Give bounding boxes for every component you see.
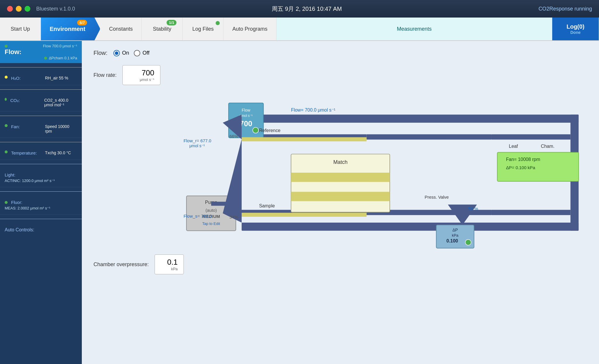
divider-5 bbox=[0, 164, 82, 164]
tab-environment[interactable]: 6/7 Environment bbox=[41, 18, 100, 40]
window-controls bbox=[7, 6, 30, 12]
content-area: Flow: On Off Flow rate: 700 μmol s⁻¹ bbox=[82, 41, 599, 364]
cham-label: Cham. bbox=[541, 144, 555, 149]
leaf-cham-dp: ΔP= 0.100 kPa bbox=[506, 165, 536, 170]
flow-rate-unit: μmol s⁻¹ bbox=[129, 77, 154, 82]
pump-auto: (auto) bbox=[205, 208, 217, 213]
flow-eq-label: Flow= 700.0 μmol s⁻¹ bbox=[291, 108, 335, 112]
pump-connect bbox=[211, 202, 229, 206]
sidebar-fluor: Fluor: MEAS: 2.0002 μmol m² s⁻¹ bbox=[0, 196, 82, 215]
stability-badge: 1/1 bbox=[167, 20, 176, 25]
pump-tap: Tap to Edit bbox=[202, 221, 220, 226]
flow-sub-dot bbox=[44, 57, 47, 60]
dp-dot bbox=[465, 240, 471, 245]
pct-66: 66% bbox=[229, 134, 238, 139]
leaf-label: Leaf bbox=[509, 144, 518, 149]
minimize-button[interactable] bbox=[16, 6, 22, 12]
main-layout: Flow 700.0 μmol s⁻¹ Flow: ΔPcham 0.1 kPa… bbox=[0, 41, 599, 364]
chamber-box[interactable]: 0.1 kPa bbox=[155, 254, 184, 274]
divider-4 bbox=[0, 142, 82, 142]
flow-sub-label: ΔPcham 0.1 kPa bbox=[49, 56, 77, 60]
temp-dot bbox=[5, 150, 8, 153]
splitter-bottom bbox=[223, 139, 242, 223]
flow-box-label1: Flow bbox=[242, 108, 250, 112]
divider-6 bbox=[0, 191, 82, 192]
sidebar-light: Light: ACTINIC: 1200.0 μmol m² s⁻¹ bbox=[0, 168, 82, 187]
flow-diagram: Pump (auto) MEDIUM Tap to Edit Flow μmol… bbox=[94, 97, 587, 249]
h2o-dot bbox=[5, 76, 8, 79]
radio-off-circle[interactable] bbox=[134, 50, 140, 56]
sample-bar bbox=[242, 213, 366, 217]
sidebar: Flow 700.0 μmol s⁻¹ Flow: ΔPcham 0.1 kPa… bbox=[0, 41, 82, 364]
flow-s-label: Flow_s= 763.3 bbox=[183, 214, 212, 219]
radio-off[interactable]: Off bbox=[134, 50, 150, 56]
divider-7 bbox=[0, 219, 82, 219]
flow-diagram-svg: Pump (auto) MEDIUM Tap to Edit Flow μmol… bbox=[94, 97, 587, 249]
flow-r-unit: μmol s⁻¹ bbox=[189, 144, 205, 148]
maximize-button[interactable] bbox=[25, 6, 30, 12]
chamber-value: 0.1 bbox=[161, 258, 178, 267]
chamber-overpressure-row: Chamber overpressure: 0.1 kPa bbox=[94, 254, 587, 274]
match-label: Match bbox=[333, 159, 348, 165]
dp-kpa: kPa bbox=[452, 233, 459, 238]
tab-autoprograms[interactable]: Auto Programs bbox=[224, 18, 276, 40]
tab-measurements[interactable]: Measurements bbox=[276, 18, 552, 40]
flow-title: Flow: bbox=[5, 48, 77, 56]
flow-control-row: Flow: On Off bbox=[94, 50, 587, 56]
flow-rate-value: 700 bbox=[129, 68, 154, 77]
sidebar-fan: Fan: Speed 10000 rpm bbox=[0, 120, 82, 138]
chamber-unit: kPa bbox=[161, 267, 178, 271]
flow-rate-box[interactable]: 700 μmol s⁻¹ bbox=[122, 65, 160, 85]
flow-header-label: Flow 700.0 μmol s⁻¹ bbox=[43, 44, 77, 48]
tab-log[interactable]: Log(0) Done bbox=[552, 18, 599, 40]
flow-label: Flow: bbox=[94, 50, 108, 56]
light-label: Light: bbox=[5, 172, 37, 177]
pct-34: 34% bbox=[229, 215, 238, 219]
flow-radio-group: On Off bbox=[113, 50, 150, 56]
match-bar-bottom bbox=[291, 192, 390, 201]
tab-constants[interactable]: Constants bbox=[100, 18, 142, 40]
flow-rate-row: Flow rate: 700 μmol s⁻¹ bbox=[94, 65, 587, 85]
fan-label: Fan: bbox=[11, 124, 43, 129]
fan-dot bbox=[5, 124, 8, 127]
environment-badge: 6/7 bbox=[77, 20, 87, 25]
chamber-label: Chamber overpressure: bbox=[94, 261, 149, 268]
fan-value: Speed 10000 rpm bbox=[45, 124, 77, 134]
flow-r-label: Flow_r= 677.0 bbox=[183, 138, 211, 143]
sidebar-flow-header: Flow 700.0 μmol s⁻¹ Flow: ΔPcham 0.1 kPa bbox=[0, 41, 82, 63]
logfiles-dot bbox=[216, 21, 220, 25]
reference-label: Reference bbox=[259, 128, 281, 133]
nav-tabs: Start Up 6/7 Environment Constants 1/1 S… bbox=[0, 18, 599, 41]
sample-label: Sample bbox=[259, 203, 275, 208]
match-ref-pipe bbox=[366, 134, 491, 140]
flow-rate-label: Flow rate: bbox=[94, 72, 117, 78]
h2o-value: RH_air 55 % bbox=[45, 76, 68, 80]
fluor-dot bbox=[5, 201, 8, 204]
radio-on-label: On bbox=[122, 50, 129, 56]
radio-on-circle[interactable] bbox=[113, 50, 120, 56]
press-top-pipe bbox=[491, 134, 570, 140]
temp-value: Txchg 30.0 °C bbox=[45, 150, 71, 155]
radio-on[interactable]: On bbox=[113, 50, 129, 56]
ref-bar bbox=[242, 137, 366, 141]
tab-logfiles[interactable]: Log Files bbox=[183, 18, 224, 40]
tab-startup[interactable]: Start Up bbox=[0, 18, 41, 40]
temp-label: Temperature: bbox=[11, 150, 43, 155]
press-bot-pipe bbox=[491, 210, 570, 215]
titlebar: Bluestem v.1.0.0 周五 9月 2, 2016 10:47 AM … bbox=[0, 0, 599, 18]
app-status: CO2Response running bbox=[539, 6, 592, 12]
co2-value: CO2_s 400.0 μmol mol⁻¹ bbox=[44, 98, 77, 107]
sidebar-co2: CO₂: CO2_s 400.0 μmol mol⁻¹ bbox=[0, 94, 82, 112]
close-button[interactable] bbox=[7, 6, 13, 12]
co2-dot bbox=[5, 98, 7, 101]
match-bar-top bbox=[291, 173, 390, 182]
auto-controls: Auto Controls: bbox=[0, 223, 82, 237]
datetime: 周五 9月 2, 2016 10:47 AM bbox=[272, 5, 342, 13]
tab-stability[interactable]: 1/1 Stability bbox=[142, 18, 183, 40]
fluor-label: Fluor: bbox=[11, 200, 43, 205]
sidebar-h2o: H₂O: RH_air 55 % bbox=[0, 72, 82, 85]
flow-dot bbox=[5, 45, 8, 48]
press-valve-label: Press. Valve bbox=[425, 195, 449, 200]
co2-label: CO₂: bbox=[10, 98, 42, 103]
press-valve-pct: 58 % bbox=[468, 207, 478, 211]
